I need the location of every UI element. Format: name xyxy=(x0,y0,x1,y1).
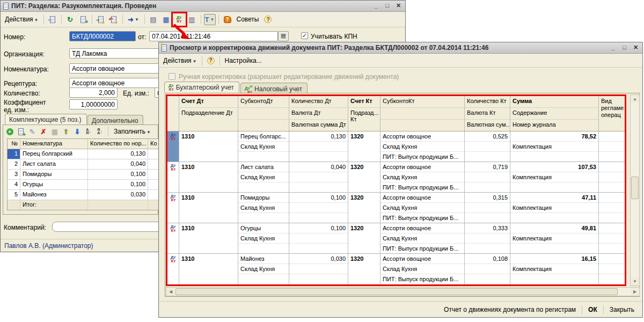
subconto-kt-line: Склад Кухня xyxy=(380,172,464,182)
qty-kt-cell: 0,315 xyxy=(465,193,510,223)
checklist-icon[interactable]: ▦ xyxy=(160,14,172,25)
help-icon[interactable]: ? xyxy=(205,55,217,66)
advice-label[interactable]: Советы xyxy=(235,14,261,24)
recipe-input[interactable]: Ассорти овощное xyxy=(69,78,165,88)
coefficient-label-2: ед. изм.: xyxy=(4,106,29,114)
subconto-kt-cell: Ассорти овощноеСклад КухняПИТ: Выпуск пр… xyxy=(380,131,465,162)
close-window-button[interactable]: Закрыть xyxy=(606,304,638,315)
settings-button[interactable]: Настройка... xyxy=(223,56,264,65)
horizontal-scroll-thumb[interactable] xyxy=(175,288,618,295)
table-row[interactable]: 1Перец болгарский0,130 xyxy=(8,149,159,159)
move-down-icon[interactable]: ⬇ xyxy=(72,126,82,137)
col-header-sum: Сумма xyxy=(510,96,598,108)
calendar-button[interactable]: ▦ xyxy=(278,31,289,41)
end-edit-icon[interactable]: ▦ xyxy=(50,126,60,137)
scroll-down-arrow[interactable]: ▼ xyxy=(631,277,639,286)
movement-row[interactable]: ДтКт1310ПомидорыСклад Кухня0,1001320Ассо… xyxy=(167,193,625,223)
movements-panel: Счет Дт Подразделение Дт СубконтоДт Коли… xyxy=(165,93,640,297)
caret-down-icon: ▼ xyxy=(193,59,197,64)
status-user: Павлов А.В. (Администратор) xyxy=(4,242,93,250)
post-document-icon[interactable] xyxy=(95,14,107,25)
number-input[interactable]: БКТДЛ000002 xyxy=(69,31,136,41)
scroll-up-arrow[interactable]: ▲ xyxy=(631,95,639,103)
close-button[interactable]: ✕ xyxy=(632,44,640,52)
document-window-title: ПИТ: Разделка: Разукомплектация. Проведе… xyxy=(11,2,369,10)
minimize-button[interactable]: _ xyxy=(372,2,380,10)
go-to-icon[interactable]: ➜▼ xyxy=(126,14,142,25)
sort-desc-icon[interactable]: ЯА↓ xyxy=(95,126,105,137)
subconto-kt-line: Ассорти овощное xyxy=(380,254,464,264)
table-row[interactable]: 2Лист салата0,040 xyxy=(8,159,159,170)
edit-row-icon[interactable]: ✎ xyxy=(27,126,37,137)
filter-icon[interactable]: Т▼ xyxy=(204,14,216,25)
actions-menu-button[interactable]: Действия▼ xyxy=(3,14,41,24)
date-input[interactable]: 07.04.2014 11:21:46 xyxy=(149,31,278,41)
credit-account-cell: 1320 xyxy=(348,193,380,223)
table-row[interactable]: 4Огурцы0,100 xyxy=(8,180,159,190)
copy-row-icon[interactable]: + xyxy=(16,126,26,137)
organization-input[interactable]: ТД Лакомка xyxy=(69,48,165,58)
sort-asc-icon[interactable]: АЯ↓ xyxy=(84,126,93,137)
scroll-right-arrow[interactable]: ▶ xyxy=(631,288,639,296)
movement-row[interactable]: ДтКт1310Лист салатаСклад Кухня0,0401320А… xyxy=(167,162,625,193)
nomenclature-input[interactable]: Ассорти овощное xyxy=(69,63,165,74)
movements-window-titlebar[interactable]: ✦ Просмотр и корректировка движений доку… xyxy=(159,42,642,54)
subconto-kt-line: ПИТ: Выпуск продукции Б... xyxy=(380,244,464,253)
col-header-qty-norm: Количество по нор... xyxy=(88,139,148,149)
movement-row[interactable]: ДтКт1310Перец болгарс...Склад Кухня0,130… xyxy=(167,131,625,162)
minimize-button[interactable]: _ xyxy=(609,44,617,52)
maximize-button[interactable]: □ xyxy=(620,44,628,52)
qty-dt-cell: 0,040 xyxy=(289,162,348,192)
move-up-icon[interactable]: ⬆ xyxy=(61,126,71,137)
close-button[interactable]: ✕ xyxy=(394,2,402,10)
help-icon[interactable]: ? xyxy=(262,14,274,25)
document-window-titlebar[interactable]: ПИТ: Разделка: Разукомплектация. Проведе… xyxy=(1,1,405,12)
quantity-input[interactable]: 2,000 xyxy=(69,87,118,98)
copy-icon[interactable]: + xyxy=(77,14,89,25)
kpn-checkbox-label: Учитывать КПН xyxy=(311,33,357,40)
maximize-button[interactable]: □ xyxy=(383,2,391,10)
comment-input[interactable] xyxy=(52,222,165,232)
tab-accounting[interactable]: ДтКт Бухгалтерский учет xyxy=(164,82,239,92)
horizontal-scrollbar[interactable]: ◀ ▶ xyxy=(166,287,640,296)
advice-icon[interactable]: ? xyxy=(222,14,233,25)
dtkt-postings-icon[interactable]: ДтКт xyxy=(173,14,185,25)
row-number-cell: 4 xyxy=(8,180,20,189)
dtkt-row-icon: ДтКт xyxy=(167,131,179,162)
subconto-kt-line: Склад Кухня xyxy=(380,264,464,274)
tab-additional[interactable]: Дополнительно xyxy=(87,115,143,126)
subconto-dt-line: Склад Кухня xyxy=(238,233,289,244)
toolbar-separator xyxy=(219,56,220,65)
kpn-checkbox[interactable]: ✓ xyxy=(301,32,308,39)
scroll-left-arrow[interactable]: ◀ xyxy=(166,288,175,296)
table-row[interactable]: 3Помидоры0,100 xyxy=(8,170,159,180)
vertical-scroll-thumb[interactable] xyxy=(631,177,639,199)
refresh-icon[interactable]: ↻ xyxy=(64,14,76,25)
fill-menu-button[interactable]: Заполнить▼ xyxy=(112,127,153,136)
structure-icon[interactable]: ▤ xyxy=(148,14,159,25)
add-row-icon[interactable]: + xyxy=(5,126,14,137)
movement-row[interactable]: ДтКт1310ОгурцыСклад Кухня0,1001320Ассорт… xyxy=(167,223,625,254)
manual-edit-checkbox[interactable] xyxy=(169,73,175,80)
save-icon[interactable]: ← xyxy=(47,14,58,25)
table-row[interactable]: 5Майонез0,030 xyxy=(8,190,159,200)
subconto-dt-line: Майонез xyxy=(238,254,289,264)
col-header-debit-dept: Подразделение Дт xyxy=(179,108,238,131)
coefficient-input[interactable]: 1,00000000 xyxy=(69,99,118,109)
tab-components[interactable]: Комплектующие (5 поз.) xyxy=(5,114,87,125)
delete-row-icon[interactable]: ✗ xyxy=(39,126,48,137)
nomenclature-cell: Перец болгарский xyxy=(20,149,88,159)
unpost-document-icon[interactable] xyxy=(108,14,120,25)
qty-dt-value: 0,040 xyxy=(289,162,348,172)
movement-row[interactable]: ДтКт1310МайонезСклад Кухня0,0301320Ассор… xyxy=(167,254,625,284)
subconto-dt-cell: Перец болгарс...Склад Кухня xyxy=(238,131,289,162)
document-list-icon[interactable]: ▥ xyxy=(186,14,198,25)
actions-menu-button[interactable]: Действия▼ xyxy=(161,56,199,65)
vertical-scrollbar[interactable]: ▲ ▼ xyxy=(630,94,640,286)
toolbar-separator xyxy=(43,14,44,24)
ok-button[interactable]: ОК xyxy=(584,304,601,315)
manual-edit-label: Ручная корректировка (разрешает редактир… xyxy=(179,73,399,80)
sum-cell: 78,52Комплектация xyxy=(510,131,599,162)
report-movements-button[interactable]: Отчет о движениях документа по регистрам xyxy=(440,304,580,315)
toolbar-separator xyxy=(144,14,145,24)
